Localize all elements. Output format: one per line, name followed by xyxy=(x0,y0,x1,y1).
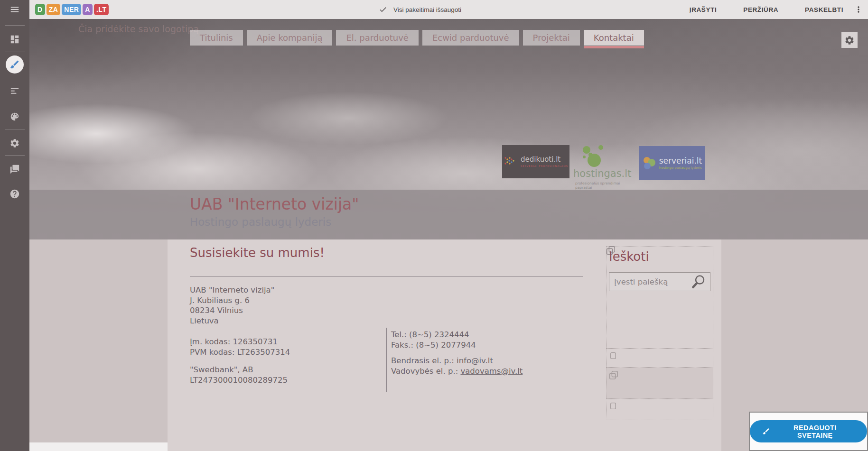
email-link-general[interactable]: info@iv.lt xyxy=(457,356,493,365)
copy-icon xyxy=(608,370,619,380)
tab-apie-kompanija[interactable]: Apie kompaniją xyxy=(247,30,333,46)
more-menu-button[interactable] xyxy=(853,4,864,15)
partner-dedikuoti: dedikuoti.lt SERVERIAI PROFESIONALAMS xyxy=(502,145,569,178)
dzaneria-logo[interactable]: D ZA NER A .LT xyxy=(35,4,109,15)
bank-line: "Swedbank", AB xyxy=(190,365,290,375)
edit-site-panel: REDAGUOTI SVETAINĘ xyxy=(749,412,868,451)
logo-block: D xyxy=(35,4,45,15)
save-button[interactable]: ĮRAŠYTI xyxy=(687,6,719,14)
hero-band: UAB "Interneto vizija" Hostingo paslaugų… xyxy=(29,190,868,239)
partner-logos: dedikuoti.lt SERVERIAI PROFESIONALAMS ho… xyxy=(502,145,705,188)
menu-icon xyxy=(9,4,20,15)
email-label: Bendrasis el. p.: xyxy=(391,356,457,365)
address-line: Lietuva xyxy=(190,316,274,326)
partner-serveriai: serveriai.lt hostingo paslaugų lyderis xyxy=(639,146,705,180)
search-heading: Ieškoti xyxy=(609,249,649,264)
sidebar-item-feedback[interactable] xyxy=(9,164,20,175)
site-preview: Čia pridėkite savo logotipą Titulinis Ap… xyxy=(29,19,868,451)
divider xyxy=(5,52,25,52)
sidebar-item-settings[interactable] xyxy=(9,138,20,149)
address-line: 08234 Vilnius xyxy=(190,305,274,316)
publish-button[interactable]: PASKELBTI xyxy=(802,6,846,14)
address-line: J. Kubiliaus g. 6 xyxy=(190,295,274,306)
preview-button[interactable]: PERŽIŪRA xyxy=(740,6,781,14)
sidebar-item-edit-style[interactable] xyxy=(6,55,24,74)
content-lines-icon xyxy=(9,86,20,96)
edit-site-button[interactable]: REDAGUOTI SVETAINĘ xyxy=(750,420,867,442)
phone-email-block: Tel.: (8~5) 2324444 Faks.: (8~5) 2077944… xyxy=(391,330,523,376)
dedikuoti-logo-icon xyxy=(504,156,517,168)
brush-icon xyxy=(9,59,20,70)
contact-heading: Susisiekite su mumis! xyxy=(190,246,325,260)
dashboard-icon xyxy=(9,34,20,45)
gear-icon xyxy=(9,138,20,148)
email-line: Vadovybės el. p.: vadovams@iv.lt xyxy=(391,366,523,377)
partner-name: dedikuoti.lt xyxy=(521,156,568,163)
search-widget[interactable]: Ieškoti xyxy=(606,246,713,349)
site-nav: Titulinis Apie kompaniją El. parduotuvė … xyxy=(190,30,644,46)
site-body: Susisiekite su mumis! UAB "Interneto viz… xyxy=(29,239,868,451)
site-title: UAB "Interneto vizija" xyxy=(190,195,359,213)
tab-ecwid-parduotuve[interactable]: Ecwid parduotuvė xyxy=(422,30,519,46)
site-header-clouds: Čia pridėkite savo logotipą Titulinis Ap… xyxy=(29,19,868,239)
logo-block: ZA xyxy=(47,4,61,15)
sidebar-item-dashboard[interactable] xyxy=(9,34,20,45)
tab-titulinis[interactable]: Titulinis xyxy=(190,30,243,46)
site-settings-button[interactable] xyxy=(841,32,858,48)
block-icon xyxy=(609,402,617,410)
partner-tagline: profesionalūs sprendimai paprastai xyxy=(575,181,636,190)
sidebar-item-design-palette[interactable] xyxy=(9,111,20,122)
site-logo-placeholder: Čia pridėkite savo logotipą xyxy=(78,24,199,34)
tab-projektai[interactable]: Projektai xyxy=(523,30,580,46)
divider xyxy=(190,276,583,277)
chat-icon xyxy=(9,164,20,175)
phone-line: Tel.: (8~5) 2324444 xyxy=(391,330,523,340)
save-status: Visi pakeitimai išsaugoti xyxy=(379,0,461,19)
sidebar-item-content-blocks[interactable] xyxy=(9,85,20,97)
email-link-management[interactable]: vadovams@iv.lt xyxy=(460,367,523,376)
logo-block: .LT xyxy=(94,4,109,15)
bank-line: LT247300010080289725 xyxy=(190,375,290,386)
site-subtitle: Hostingo paslaugų lyderis xyxy=(190,216,331,228)
tab-kontaktai[interactable]: Kontaktai xyxy=(584,30,644,46)
partner-tagline: hostingo paslaugų lyderis xyxy=(659,166,702,170)
editor-topbar: D ZA NER A .LT Visi pakeitimai išsaugoti… xyxy=(0,0,868,19)
hostingas-logo-icon xyxy=(580,144,610,169)
phone-line: Faks.: (8~5) 2077944 xyxy=(391,340,523,350)
email-label: Vadovybės el. p.: xyxy=(391,367,460,376)
company-info-block: Įm. kodas: 126350731 PVM kodas: LT263507… xyxy=(190,337,290,385)
partner-name: hostingas.lt xyxy=(573,168,631,179)
help-icon xyxy=(9,189,20,199)
edit-site-button-label: REDAGUOTI SVETAINĘ xyxy=(775,424,855,439)
divider xyxy=(5,155,25,156)
address-block: UAB "Interneto vizija" J. Kubiliaus g. 6… xyxy=(190,285,274,326)
divider xyxy=(5,25,25,26)
widget-placeholder[interactable] xyxy=(606,368,713,399)
divider xyxy=(386,328,387,392)
tab-el-parduotuve[interactable]: El. parduotuvė xyxy=(336,30,418,46)
save-status-label: Visi pakeitimai išsaugoti xyxy=(393,6,461,13)
company-line: PVM kodas: LT263507314 xyxy=(190,347,290,358)
company-line: Įm. kodas: 126350731 xyxy=(190,337,290,347)
serveriai-logo-icon xyxy=(642,156,656,170)
search-icon[interactable] xyxy=(690,274,706,290)
kebab-menu-icon xyxy=(854,5,863,14)
widget-placeholder[interactable] xyxy=(606,349,713,368)
editor-sidebar xyxy=(0,19,29,451)
sidebar-item-help[interactable] xyxy=(9,188,20,200)
site-editor-app: D ZA NER A .LT Visi pakeitimai išsaugoti… xyxy=(0,0,868,451)
partner-name: serveriai.lt xyxy=(659,157,702,165)
brush-icon xyxy=(762,427,770,435)
logo-block: NER xyxy=(62,4,81,15)
palette-icon xyxy=(9,111,20,122)
address-line: UAB "Interneto vizija" xyxy=(190,285,274,295)
divider xyxy=(5,129,25,129)
partner-tagline: SERVERIAI PROFESIONALAMS xyxy=(521,165,568,167)
email-line: Bendrasis el. p.: info@iv.lt xyxy=(391,356,523,366)
check-icon xyxy=(379,5,387,14)
partner-hostingas: hostingas.lt profesionalūs sprendimai pa… xyxy=(572,145,636,188)
page-bottom-strip xyxy=(29,442,168,451)
page-content: Susisiekite su mumis! UAB "Interneto viz… xyxy=(168,239,721,451)
menu-button[interactable] xyxy=(0,0,29,19)
widget-placeholder[interactable] xyxy=(606,399,713,420)
